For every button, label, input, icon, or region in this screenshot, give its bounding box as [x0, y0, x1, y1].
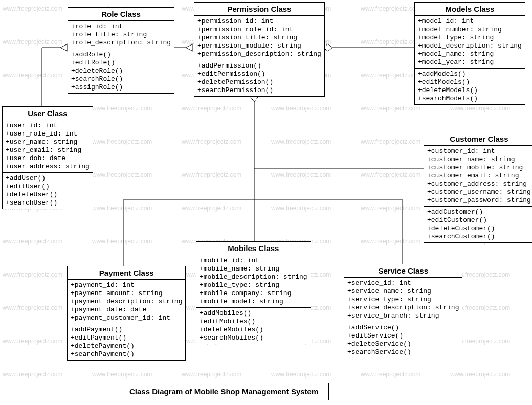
svg-marker-4: [186, 44, 193, 51]
class-attrs-payment: +payment_id: int+payment_amount: string+…: [68, 280, 185, 324]
class-methods-models: +addModels()+editModels()+deleteModels()…: [415, 69, 525, 104]
watermark-text: www.freeprojectz.com: [92, 205, 152, 212]
watermark-text: www.freeprojectz.com: [361, 38, 420, 46]
class-permission: Permission Class +permission_id: int+per…: [194, 2, 325, 97]
watermark-text: www.freeprojectz.com: [92, 105, 152, 112]
class-methods-mobiles: +addMobiles()+editMobiles()+deleteMobile…: [196, 308, 311, 344]
class-title-role: Role Class: [68, 8, 174, 21]
watermark-text: www.freeprojectz.com: [361, 238, 420, 245]
class-title-service: Service Class: [344, 264, 462, 278]
watermark-text: www.freeprojectz.com: [3, 72, 62, 79]
watermark-text: www.freeprojectz.com: [3, 338, 62, 345]
class-mobiles: Mobiles Class +mobile_id: int+mobile_nam…: [196, 241, 311, 344]
class-payment: Payment Class +payment_id: int+payment_a…: [67, 266, 186, 361]
class-title-user: User Class: [3, 107, 93, 120]
class-service: Service Class +service_id: int+service_n…: [344, 264, 462, 358]
class-methods-payment: +addPayment()+editPayment()+deletePaymen…: [68, 324, 185, 360]
class-methods-customer: +addCustomer()+editCustomer()+deleteCust…: [424, 207, 532, 242]
watermark-text: www.freeprojectz.com: [361, 171, 420, 178]
watermark-text: www.freeprojectz.com: [182, 138, 241, 145]
watermark-text: www.freeprojectz.com: [271, 105, 331, 112]
watermark-text: www.freeprojectz.com: [92, 171, 152, 178]
watermark-text: www.freeprojectz.com: [3, 304, 62, 311]
watermark-text: www.freeprojectz.com: [271, 205, 331, 212]
watermark-text: www.freeprojectz.com: [3, 371, 62, 378]
class-attrs-customer: +customer_id: int+customer_name: string+…: [424, 146, 532, 207]
watermark-text: www.freeprojectz.com: [92, 238, 152, 245]
watermark-text: www.freeprojectz.com: [361, 105, 420, 112]
watermark-text: www.freeprojectz.com: [361, 205, 420, 212]
watermark-text: www.freeprojectz.com: [361, 5, 420, 12]
watermark-text: www.freeprojectz.com: [271, 171, 331, 178]
class-methods-permission: +addPermission()+editPermission()+delete…: [194, 60, 324, 96]
watermark-text: www.freeprojectz.com: [361, 138, 420, 145]
class-user: User Class +user_id: int+user_role_id: i…: [2, 106, 93, 209]
class-methods-role: +addRole()+editRole()+deleteRole()+searc…: [68, 49, 174, 93]
watermark-text: www.freeprojectz.com: [3, 38, 62, 46]
class-attrs-mobiles: +mobile_id: int+mobile_name: string+mobi…: [196, 255, 311, 308]
watermark-text: www.freeprojectz.com: [361, 72, 420, 79]
class-methods-user: +addUser()+editUser()+deleteUser()+searc…: [3, 173, 93, 209]
watermark-text: www.freeprojectz.com: [182, 171, 241, 178]
class-models: Models Class +model_id: int+model_number…: [414, 2, 525, 105]
watermark-text: www.freeprojectz.com: [182, 105, 241, 112]
watermark-text: www.freeprojectz.com: [3, 271, 62, 278]
watermark-text: www.freeprojectz.com: [271, 371, 331, 378]
class-title-mobiles: Mobiles Class: [196, 242, 311, 255]
svg-marker-2: [60, 44, 68, 51]
watermark-text: www.freeprojectz.com: [92, 138, 152, 145]
class-attrs-service: +service_id: int+service_name: string+se…: [344, 278, 462, 322]
class-attrs-models: +model_id: int+model_number: string+mode…: [415, 16, 525, 69]
class-attrs-role: +role_id: int+role_title: string+role_de…: [68, 21, 174, 49]
class-methods-service: +addService()+editService()+deleteServic…: [344, 322, 462, 358]
watermark-text: www.freeprojectz.com: [182, 205, 241, 212]
watermark-text: www.freeprojectz.com: [182, 371, 241, 378]
class-attrs-permission: +permission_id: int+permission_role_id: …: [194, 16, 324, 60]
class-title-customer: Customer Class: [424, 132, 532, 146]
watermark-text: www.freeprojectz.com: [3, 238, 62, 245]
watermark-text: www.freeprojectz.com: [450, 105, 510, 112]
watermark-text: www.freeprojectz.com: [361, 371, 420, 378]
watermark-text: www.freeprojectz.com: [92, 371, 152, 378]
diagram-title: Class Diagram of Mobile Shop Management …: [119, 382, 329, 400]
watermark-text: www.freeprojectz.com: [271, 138, 331, 145]
class-title-payment: Payment Class: [68, 266, 185, 280]
class-title-models: Models Class: [415, 3, 525, 16]
watermark-text: www.freeprojectz.com: [3, 5, 62, 12]
class-customer: Customer Class +customer_id: int+custome…: [424, 132, 532, 243]
class-title-permission: Permission Class: [194, 3, 324, 16]
watermark-text: www.freeprojectz.com: [450, 371, 510, 378]
class-role: Role Class +role_id: int+role_title: str…: [68, 7, 174, 94]
class-attrs-user: +user_id: int+user_role_id: int+user_nam…: [3, 120, 93, 173]
